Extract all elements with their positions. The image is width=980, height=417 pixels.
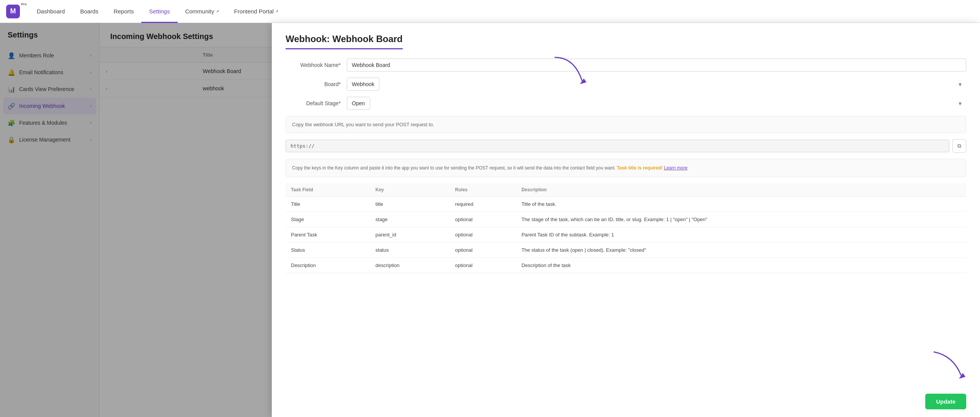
top-nav: M Pro Dashboard Boards Reports Settings … — [0, 0, 980, 23]
copy-icon: ⧉ — [957, 143, 961, 149]
update-button[interactable]: Update — [925, 394, 966, 409]
board-row: Board* Webhook — [286, 78, 966, 91]
field-rules: optional — [450, 258, 516, 273]
field-description: Description of the task — [516, 258, 966, 273]
field-name: Status — [286, 243, 370, 258]
learn-more-link[interactable]: Learn more — [664, 165, 687, 171]
table-row: Stage stage optional The stage of the ta… — [286, 212, 966, 227]
table-row: Title title required Title of the task. — [286, 197, 966, 212]
update-button-bar: Update — [925, 394, 966, 409]
field-name: Description — [286, 258, 370, 273]
default-stage-label: Default Stage* — [286, 100, 347, 106]
overlay: Webhook: Webhook Board Webhook Name* Boa… — [0, 23, 980, 417]
field-key: status — [370, 243, 450, 258]
webhook-name-input[interactable] — [347, 59, 966, 72]
field-rules: optional — [450, 212, 516, 227]
col-key: Key — [370, 183, 450, 197]
field-key: stage — [370, 212, 450, 227]
external-icon-2: ↗ — [275, 9, 278, 13]
default-stage-select[interactable]: Open — [347, 97, 370, 110]
field-key: title — [370, 197, 450, 212]
external-icon: ↗ — [216, 9, 219, 13]
nav-items: Dashboard Boards Reports Settings Commun… — [29, 0, 286, 23]
field-key: parent_id — [370, 227, 450, 243]
logo-area[interactable]: M Pro — [6, 5, 20, 18]
board-label: Board* — [286, 81, 347, 87]
field-description: The stage of the task, which can be an I… — [516, 212, 966, 227]
nav-boards[interactable]: Boards — [72, 0, 106, 23]
col-task-field: Task Field — [286, 183, 370, 197]
panel-title: Webhook: Webhook Board — [286, 34, 966, 59]
url-hint: Copy the webhook URL you want to send yo… — [286, 116, 966, 133]
webhook-name-row: Webhook Name* — [286, 59, 966, 72]
pro-badge: Pro — [21, 2, 27, 6]
url-input-row: ⧉ — [286, 139, 966, 153]
col-rules: Rules — [450, 183, 516, 197]
board-select[interactable]: Webhook — [347, 78, 379, 91]
col-description: Description — [516, 183, 966, 197]
default-stage-select-wrapper: Open — [347, 97, 966, 110]
field-name: Stage — [286, 212, 370, 227]
logo-icon: M Pro — [6, 5, 20, 18]
fields-table: Task Field Key Rules Description Title t… — [286, 183, 966, 273]
field-description: The status of the task (open | closed). … — [516, 243, 966, 258]
field-name: Parent Task — [286, 227, 370, 243]
keys-hint: Copy the keys in the Key column and past… — [286, 159, 966, 177]
field-name: Title — [286, 197, 370, 212]
detail-panel: Webhook: Webhook Board Webhook Name* Boa… — [272, 23, 980, 417]
field-rules: optional — [450, 227, 516, 243]
copy-url-button[interactable]: ⧉ — [952, 139, 966, 153]
table-row: Parent Task parent_id optional Parent Ta… — [286, 227, 966, 243]
nav-community[interactable]: Community↗ — [178, 0, 227, 23]
nav-settings[interactable]: Settings — [141, 0, 177, 23]
field-rules: required — [450, 197, 516, 212]
webhook-url-input[interactable] — [286, 140, 949, 152]
field-rules: optional — [450, 243, 516, 258]
board-select-wrapper: Webhook — [347, 78, 966, 91]
field-description: Title of the task. — [516, 197, 966, 212]
nav-reports[interactable]: Reports — [106, 0, 142, 23]
nav-frontend-portal[interactable]: Frontend Portal↗ — [227, 0, 286, 23]
table-row: Status status optional The status of the… — [286, 243, 966, 258]
default-stage-row: Default Stage* Open — [286, 97, 966, 110]
nav-dashboard[interactable]: Dashboard — [29, 0, 72, 23]
required-text: Task title is required! — [617, 165, 663, 171]
field-description: Parent Task ID of the subtask. Example: … — [516, 227, 966, 243]
field-key: description — [370, 258, 450, 273]
table-row: Description description optional Descrip… — [286, 258, 966, 273]
webhook-name-label: Webhook Name* — [286, 62, 347, 68]
